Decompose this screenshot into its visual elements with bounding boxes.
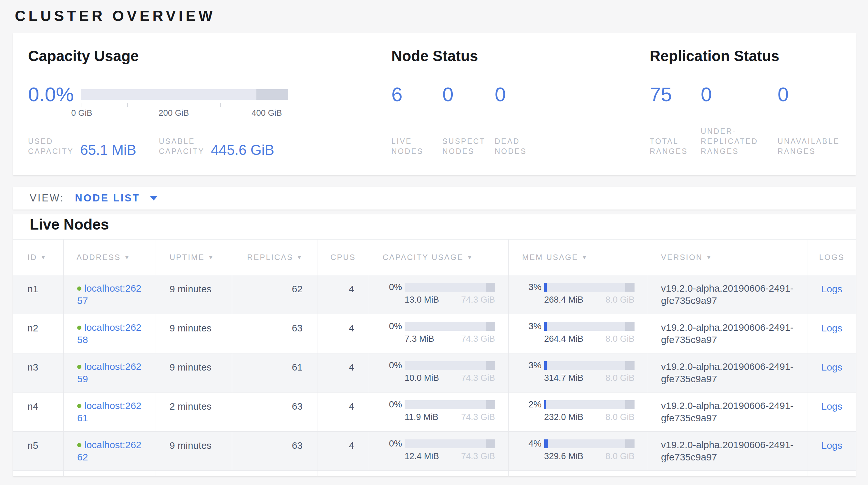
node-address-cell: localhost:262 57 [64,275,156,314]
logs-link[interactable]: Logs [821,440,842,451]
used-capacity-value: 65.1 MiB [80,144,136,156]
node-address-link[interactable]: localhost:262 [84,321,142,334]
logs-link[interactable]: Logs [821,323,842,333]
column-header-id[interactable]: ID▼ [13,239,64,275]
capacity-usage-bar [405,322,495,331]
mem-usage-bar [544,322,634,331]
capacity-bar-reserved-segment [486,283,495,292]
node-live-status-icon [77,286,82,291]
mem-used-value: 329.6 MiB [544,451,584,461]
capacity-bar-reserved-segment [486,439,495,448]
replicas-cell: 63 [232,432,317,470]
mem-usage-bar [544,439,634,448]
node-status-title: Node Status [392,48,478,64]
logs-cell: Logs [808,275,856,314]
node-address-link-wrap[interactable]: 61 [77,412,88,423]
node-address-link[interactable]: localhost:262 [84,439,142,451]
column-header-capacity-usage[interactable]: CAPACITY USAGE▼ [369,239,508,275]
capacity-usage-bar [405,283,495,292]
mem-percent: 3% [522,281,541,293]
logs-cell: Logs [808,314,856,353]
mem-usage-fill [544,361,547,370]
column-header-mem-usage[interactable]: MEM USAGE▼ [508,239,648,275]
capacity-used-value: 7.3 MiB [405,334,434,344]
mem-usage-fill [544,283,547,292]
capacity-bar-reserved-segment [256,89,288,100]
usable-capacity-value: 445.6 GiB [211,144,274,156]
uptime-cell: 9 minutes [156,432,232,470]
under-replicated-ranges-count: 0 [701,84,712,105]
mem-usage-fill [544,400,546,409]
sort-desc-icon: ▼ [582,254,587,261]
capacity-usage-cell: 0% 7.3 MiB 74.3 GiB [369,314,508,353]
table-row: n4 localhost:262 61 2 minutes 63 4 0% [13,393,856,432]
column-header-version[interactable]: VERSION▼ [648,239,808,275]
view-dropdown[interactable]: NODE LIST [75,192,140,204]
node-address-link[interactable]: localhost:262 [84,400,142,412]
capacity-total-value: 74.3 GiB [461,412,495,422]
table-body: n1 localhost:262 57 9 minutes 62 4 0% [13,275,856,471]
node-address-link-wrap[interactable]: 59 [77,373,88,384]
column-header-replicas[interactable]: REPLICAS▼ [232,239,317,275]
node-address-cell: localhost:262 59 [64,353,156,392]
logs-link[interactable]: Logs [821,362,842,372]
cpus-cell: 4 [317,275,369,314]
logs-cell: Logs [808,393,856,431]
node-address-link-wrap[interactable]: 57 [77,295,88,306]
cpus-cell: 4 [317,353,369,392]
capacity-total-value: 74.3 GiB [461,295,495,305]
node-address-cell: localhost:262 62 [64,432,156,470]
capacity-usage-bar [405,400,495,409]
uptime-cell: 9 minutes [156,353,232,392]
logs-cell: Logs [808,432,856,470]
node-live-status-icon [77,365,82,369]
summary-panel: Capacity Usage 0.0% 0 GiB 200 GiB 400 Gi… [13,33,856,175]
column-header-uptime[interactable]: UPTIME▼ [156,239,232,275]
suspect-nodes-count: 0 [442,84,454,105]
mem-percent: 3% [522,320,541,333]
logs-link[interactable]: Logs [821,284,842,294]
mem-bar-reserved-segment [625,400,634,409]
node-id-cell: n1 [13,275,64,314]
mem-used-value: 264.4 MiB [544,334,584,344]
capacity-bar-reserved-segment [486,322,495,331]
uptime-cell: 9 minutes [156,314,232,353]
capacity-bar-reserved-segment [486,400,495,409]
version-cell: v19.2.0-alpha.20190606-2491- gfe735c9a97 [648,275,808,314]
mem-usage-fill [544,322,547,331]
capacity-usage-cell: 0% 13.0 MiB 74.3 GiB [369,275,508,314]
cluster-overview-page: CLUSTER OVERVIEW Capacity Usage 0.0% 0 G… [0,0,868,485]
axis-tick-label: 400 GiB [252,108,282,118]
mem-usage-cell: 3% 264.4 MiB 8.0 GiB [508,314,648,353]
node-id-cell: n4 [13,393,64,431]
logs-link[interactable]: Logs [821,401,842,411]
live-nodes-label: LIVE NODES [392,137,423,156]
capacity-percent: 0% [383,320,402,333]
table-row: n3 localhost:262 59 9 minutes 61 4 0% [13,353,856,393]
sort-desc-icon: ▼ [208,254,214,261]
axis-tick [267,103,267,107]
sort-desc-icon: ▼ [467,254,473,261]
node-address-link[interactable]: localhost:262 [84,282,142,294]
capacity-usage-bar [405,439,495,448]
replicas-cell: 63 [232,314,317,353]
mem-bar-reserved-segment [625,439,634,448]
caret-down-icon[interactable] [150,196,158,200]
node-address-link-wrap[interactable]: 62 [77,452,88,462]
capacity-usage-cell: 0% 12.4 MiB 74.3 GiB [369,432,508,470]
capacity-used-value: 13.0 MiB [405,295,439,305]
column-header-cpus[interactable]: CPUS [317,239,369,275]
node-id-cell: n5 [13,432,64,470]
mem-used-value: 314.7 MiB [544,373,584,383]
mem-total-value: 8.0 GiB [606,451,634,461]
version-cell: v19.2.0-alpha.20190606-2491- gfe735c9a97 [648,432,808,470]
dead-nodes-count: 0 [495,84,506,105]
node-address-link[interactable]: localhost:262 [84,361,142,373]
capacity-total-value: 74.3 GiB [461,451,495,461]
column-header-address[interactable]: ADDRESS▼ [64,239,156,275]
node-address-link-wrap[interactable]: 58 [77,334,88,345]
node-id-cell: n2 [13,314,64,353]
capacity-total-value: 74.3 GiB [461,373,495,383]
capacity-percent: 0% [383,281,402,293]
axis-tick [174,103,174,107]
